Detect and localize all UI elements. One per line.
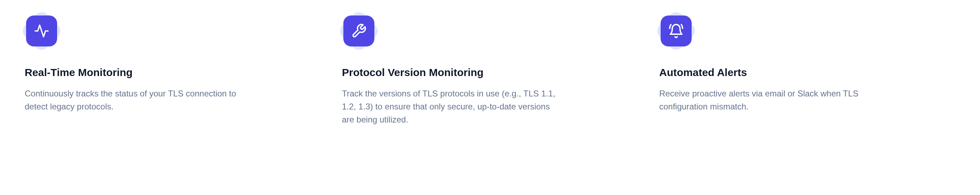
feature-title: Automated Alerts	[659, 65, 747, 79]
feature-description: Receive proactive alerts via email or Sl…	[659, 87, 878, 113]
feature-card-alerts: Automated Alerts Receive proactive alert…	[659, 14, 955, 126]
bell-icon	[660, 16, 692, 46]
icon-wrapper	[342, 14, 376, 48]
feature-description: Track the versions of TLS protocols in u…	[342, 87, 560, 126]
activity-icon	[26, 16, 57, 46]
icon-wrapper	[25, 14, 59, 48]
feature-card-realtime: Real-Time Monitoring Continuously tracks…	[25, 14, 321, 126]
feature-card-protocol: Protocol Version Monitoring Track the ve…	[342, 14, 638, 126]
wrench-icon	[344, 16, 374, 46]
feature-title: Protocol Version Monitoring	[342, 65, 484, 79]
feature-description: Continuously tracks the status of your T…	[25, 87, 243, 113]
features-container: Real-Time Monitoring Continuously tracks…	[25, 14, 955, 126]
feature-title: Real-Time Monitoring	[25, 65, 132, 79]
icon-wrapper	[659, 14, 693, 48]
